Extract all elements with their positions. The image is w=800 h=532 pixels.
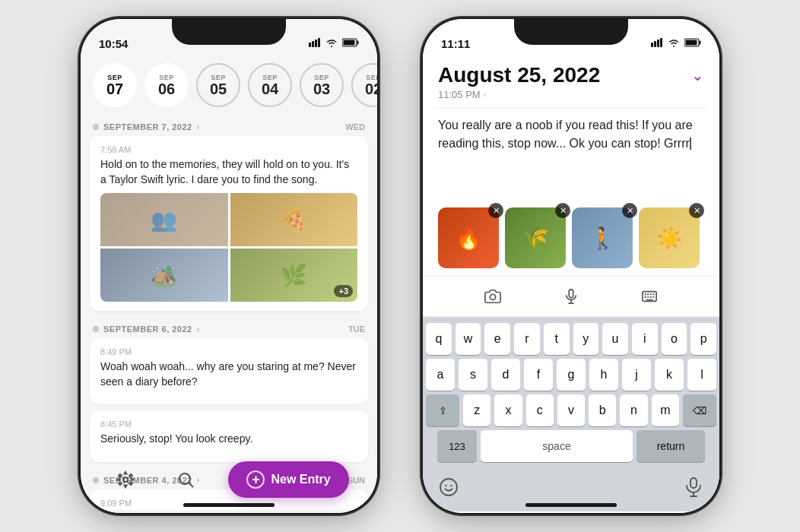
new-entry-label: New Entry xyxy=(271,473,330,486)
circle-day-3: 05 xyxy=(210,81,227,97)
key-return[interactable]: return xyxy=(637,430,705,462)
emoji-button[interactable] xyxy=(435,473,462,501)
key-r[interactable]: r xyxy=(514,323,540,355)
section-dot-sep7 xyxy=(93,124,99,130)
svg-rect-12 xyxy=(654,41,656,47)
key-numbers[interactable]: 123 xyxy=(437,430,477,462)
entry-image-1: 👥 xyxy=(100,193,228,246)
left-phone: 10:54 SEP 07 xyxy=(81,19,377,513)
search-button[interactable] xyxy=(169,463,202,496)
date-circle-sep02[interactable]: SEP 02 xyxy=(351,63,377,107)
section-weekday-sep6: TUE xyxy=(348,325,365,334)
gear-icon xyxy=(116,470,135,489)
battery-icon-right xyxy=(684,36,701,50)
svg-rect-13 xyxy=(657,40,659,47)
mic-bottom-button[interactable] xyxy=(680,473,707,501)
key-shift[interactable]: ⇧ xyxy=(426,394,459,426)
key-j[interactable]: j xyxy=(622,359,651,391)
image-content-3: 🏕️ xyxy=(100,249,228,302)
section-date-label-sep7: SEPTEMBER 7, 2022 › xyxy=(93,122,200,131)
entry-text-sep7-1: Hold on to the memories, they will hold … xyxy=(100,157,357,187)
key-d[interactable]: d xyxy=(491,359,520,391)
edit-body[interactable]: You really are a noob if you read this! … xyxy=(423,109,719,200)
date-circle-sep03[interactable]: SEP 03 xyxy=(300,63,344,107)
wifi-icon-right xyxy=(668,36,680,50)
key-s[interactable]: s xyxy=(459,359,487,391)
svg-point-34 xyxy=(450,485,452,486)
microphone-icon xyxy=(563,288,579,305)
key-f[interactable]: f xyxy=(524,359,553,391)
edit-image-close-2[interactable]: ✕ xyxy=(555,203,570,218)
key-o[interactable]: o xyxy=(662,323,687,355)
key-u[interactable]: u xyxy=(602,323,628,355)
edit-image-thumb-3: 🚶 ✕ xyxy=(572,207,633,268)
key-m[interactable]: m xyxy=(652,394,679,426)
diary-entry-sep6-1[interactable]: 8:49 PM Woah woah woah... why are you st… xyxy=(90,338,368,404)
edit-toolbar xyxy=(423,276,719,317)
key-q[interactable]: q xyxy=(426,323,452,355)
microphone-toolbar-button[interactable] xyxy=(557,283,585,310)
camera-toolbar-button[interactable] xyxy=(479,283,506,310)
image-content-2: 🍕 xyxy=(230,193,358,246)
svg-rect-0 xyxy=(309,43,311,47)
key-e[interactable]: e xyxy=(484,323,510,355)
date-circle-sep05[interactable]: SEP 05 xyxy=(196,63,240,107)
section-header-sep7: SEPTEMBER 7, 2022 › WED xyxy=(81,115,377,136)
section-dot-sep6 xyxy=(93,326,99,332)
edit-body-text: You really are a noob if you read this! … xyxy=(438,119,693,150)
section-label-text-sep7: SEPTEMBER 7, 2022 xyxy=(103,122,192,131)
key-w[interactable]: w xyxy=(456,323,481,355)
entry-text-sep6-2: Seriously, stop! You look creepy. xyxy=(100,432,357,447)
settings-button[interactable] xyxy=(109,463,142,496)
section-chevron-sep7[interactable]: › xyxy=(197,123,200,131)
edit-header-chevron-icon[interactable]: ⌄ xyxy=(691,66,704,84)
date-circle-sep04[interactable]: SEP 04 xyxy=(248,63,292,107)
key-g[interactable]: g xyxy=(557,359,586,391)
svg-point-33 xyxy=(445,485,446,486)
key-space[interactable]: space xyxy=(481,430,633,462)
key-y[interactable]: y xyxy=(573,323,599,355)
text-cursor xyxy=(690,138,691,150)
key-p[interactable]: p xyxy=(690,323,716,355)
bottom-bar: + New Entry xyxy=(81,461,377,498)
edit-image-close-4[interactable]: ✕ xyxy=(689,203,704,218)
key-h[interactable]: h xyxy=(589,359,618,391)
edit-image-close-3[interactable]: ✕ xyxy=(622,203,637,218)
key-a[interactable]: a xyxy=(426,359,455,391)
battery-icon xyxy=(342,36,359,50)
circle-day-4: 04 xyxy=(262,81,278,97)
thumb-bg-1: 🔥 xyxy=(438,207,499,268)
diary-entry-sep6-2[interactable]: 8:45 PM Seriously, stop! You look creepy… xyxy=(90,410,368,462)
section-label-text-sep6: SEPTEMBER 6, 2022 xyxy=(103,325,192,334)
key-backspace[interactable]: ⌫ xyxy=(683,394,716,426)
keyboard-toolbar-button[interactable] xyxy=(636,283,663,310)
signal-icon-right xyxy=(651,36,663,50)
key-k[interactable]: k xyxy=(655,359,684,391)
entry-edit-screen: 11:11 August 25, 2022 ⌄ xyxy=(423,19,719,513)
key-v[interactable]: v xyxy=(557,394,585,426)
edit-images-row: 🔥 ✕ 🌾 ✕ 🚶 ✕ xyxy=(423,200,719,276)
edit-image-thumb-4: ☀️ ✕ xyxy=(639,207,700,268)
key-z[interactable]: z xyxy=(463,394,490,426)
new-entry-button[interactable]: + New Entry xyxy=(228,461,348,498)
svg-rect-5 xyxy=(357,41,359,45)
key-x[interactable]: x xyxy=(494,394,522,426)
key-l[interactable]: l xyxy=(687,359,716,391)
key-i[interactable]: i xyxy=(632,323,658,355)
svg-point-18 xyxy=(490,294,495,299)
diary-entry-sep7-1[interactable]: 7:58 AM Hold on to the memories, they wi… xyxy=(90,136,368,311)
key-n[interactable]: n xyxy=(620,394,647,426)
key-c[interactable]: c xyxy=(526,394,554,426)
keyboard-row-1: q w e r t y u i o p xyxy=(426,323,716,355)
right-phone: 11:11 August 25, 2022 ⌄ xyxy=(423,19,719,513)
key-b[interactable]: b xyxy=(589,394,616,426)
thumb-bg-4: ☀️ xyxy=(639,207,700,268)
svg-rect-17 xyxy=(686,40,697,46)
section-chevron-sep6[interactable]: › xyxy=(197,325,200,334)
date-circle-sep07[interactable]: SEP 07 xyxy=(93,63,137,107)
edit-image-close-1[interactable]: ✕ xyxy=(488,203,503,218)
date-circle-sep06[interactable]: SEP 06 xyxy=(144,63,189,107)
edit-time-chevron-icon[interactable]: › xyxy=(484,90,486,99)
key-t[interactable]: t xyxy=(544,323,570,355)
home-indicator-right xyxy=(525,503,617,507)
